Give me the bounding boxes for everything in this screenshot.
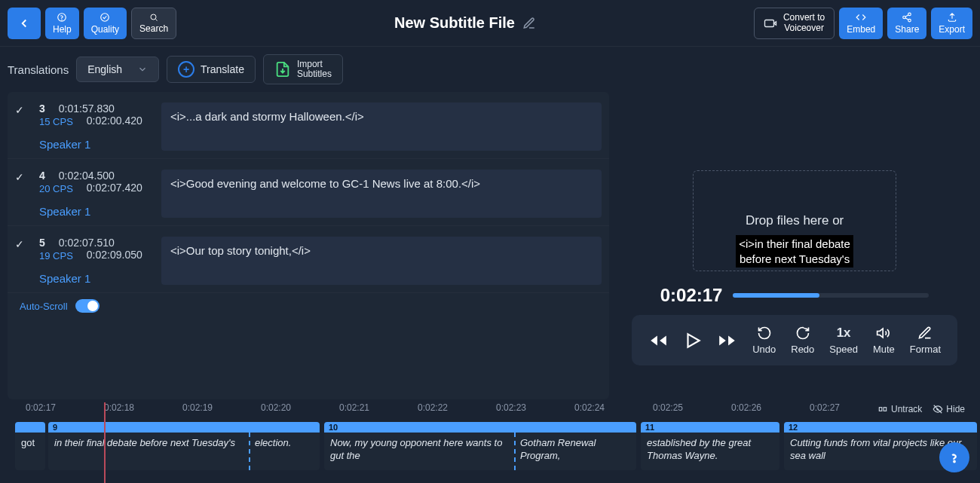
sub-speaker[interactable]: Speaker 1 [39,205,152,218]
sub-end[interactable]: 0:02:07.420 [87,182,142,194]
sub-end[interactable]: 0:02:00.420 [87,115,142,127]
svg-point-10 [954,461,954,462]
timeline[interactable]: 0:02:17 0:02:18 0:02:19 0:02:20 0:02:21 … [0,399,980,483]
ruler-tick: 0:02:18 [104,402,134,413]
toggle-switch[interactable] [75,299,100,313]
hide-button[interactable]: Hide [933,404,965,414]
sub-cps: 20 CPS [39,183,73,194]
undo-button[interactable]: Undo [752,326,776,355]
playhead[interactable] [104,402,106,483]
help-fab[interactable] [939,442,969,472]
sub-cps: 15 CPS [39,116,73,127]
timeline-clip[interactable]: got [15,422,45,470]
svg-point-5 [908,13,911,16]
ruler-tick: 0:02:25 [653,402,683,413]
ruler-tick: 0:02:27 [810,402,840,413]
sub-start[interactable]: 0:01:57.830 [59,102,115,115]
plus-icon: + [178,61,194,78]
forward-button[interactable] [718,331,737,350]
clips-track[interactable]: got9in their final debate before next Tu… [8,422,972,475]
sub-speaker[interactable]: Speaker 1 [39,138,152,151]
video-dropzone[interactable]: Drop files here or <i>in their final deb… [693,170,896,271]
progress-bar[interactable] [733,293,929,298]
sub-index: 5 [39,237,45,249]
sub-cps: 19 CPS [39,250,73,261]
import-subtitles-button[interactable]: ImportSubtitles [263,54,343,84]
subtitle-panel: ✓ 30:01:57.830 15 CPS0:02:00.420 Speaker… [0,92,609,399]
chevron-down-icon [137,64,148,75]
svg-rect-8 [879,408,882,411]
page-title: New Subtitle File [181,14,749,32]
svg-point-6 [903,16,906,19]
sub-text[interactable]: <i>Good evening and welcome to GC-1 News… [161,170,602,218]
help-button[interactable]: Help [45,8,79,39]
language-select[interactable]: English [76,57,159,82]
sub-start[interactable]: 0:02:04.500 [59,170,115,182]
ruler-tick: 0:02:20 [261,402,291,413]
check-icon[interactable]: ✓ [15,170,30,218]
check-icon[interactable]: ✓ [15,237,30,285]
export-button[interactable]: Export [931,8,972,39]
subtitle-overlay: <i>in their final debatebefore next Tues… [736,235,853,267]
sub-index: 3 [39,102,45,115]
subheader: Translations English + Translate ImportS… [0,47,980,92]
sub-index: 4 [39,170,45,182]
sub-text[interactable]: <i>...a dark and stormy Halloween.</i> [161,102,602,151]
quality-button[interactable]: Quality [84,8,127,39]
rewind-button[interactable] [648,331,668,350]
edit-title-icon[interactable] [522,17,536,30]
timeline-clip[interactable]: 10Now, my young opponent here wants to g… [324,422,636,470]
dropzone-label: Drop files here or [746,213,844,228]
translate-button[interactable]: + Translate [167,56,256,83]
subtitle-list[interactable]: ✓ 30:01:57.830 15 CPS0:02:00.420 Speaker… [8,92,609,399]
untrack-button[interactable]: Untrack [877,404,922,414]
svg-point-3 [151,14,156,20]
format-button[interactable]: Format [910,326,941,355]
ruler-tick: 0:02:19 [182,402,213,413]
player-controls: Undo Redo 1xSpeed Mute Format [632,315,957,365]
svg-point-7 [908,19,911,22]
topbar: Help Quality Search New Subtitle File Co… [0,0,980,47]
redo-button[interactable]: Redo [791,326,814,355]
share-button[interactable]: Share [887,8,926,39]
svg-point-2 [101,13,109,21]
time-ruler[interactable]: 0:02:17 0:02:18 0:02:19 0:02:20 0:02:21 … [8,402,972,420]
svg-point-1 [62,20,63,20]
import-icon [274,61,291,78]
sub-start[interactable]: 0:02:07.510 [59,237,115,249]
subtitle-row[interactable]: ✓ 30:01:57.830 15 CPS0:02:00.420 Speaker… [8,92,609,159]
autoscroll-toggle[interactable]: Auto-Scroll [8,293,609,313]
sub-text[interactable]: <i>Our top story tonight,</i> [161,237,602,285]
ruler-tick: 0:02:23 [496,402,526,413]
svg-rect-4 [764,20,773,26]
subtitle-row[interactable]: ✓ 50:02:07.510 19 CPS0:02:09.050 Speaker… [8,226,609,293]
timeline-clip[interactable]: 11established by the great Thomas Wayne. [641,422,779,470]
speed-button[interactable]: 1xSpeed [829,326,858,355]
mute-button[interactable]: Mute [873,326,895,355]
ruler-tick: 0:02:26 [731,402,761,413]
ruler-tick: 0:02:21 [339,402,369,413]
back-button[interactable] [8,8,41,39]
svg-rect-9 [884,408,887,411]
convert-voiceover-button[interactable]: Convert toVoiceover [754,8,835,39]
current-time: 0:02:17 [660,285,723,306]
sub-end[interactable]: 0:02:09.050 [87,249,142,261]
sub-speaker[interactable]: Speaker 1 [39,272,152,285]
check-icon[interactable]: ✓ [15,102,30,151]
subtitle-row[interactable]: ✓ 40:02:04.500 20 CPS0:02:07.420 Speaker… [8,159,609,226]
search-button[interactable]: Search [131,8,176,39]
ruler-tick: 0:02:17 [26,402,56,413]
timeline-clip[interactable]: 9in their final debate before next Tuesd… [48,422,320,470]
embed-button[interactable]: Embed [839,8,883,39]
preview-panel: Drop files here or <i>in their final deb… [609,92,980,399]
ruler-tick: 0:02:22 [418,402,448,413]
translations-label: Translations [8,63,69,76]
ruler-tick: 0:02:24 [574,402,605,413]
play-button[interactable] [683,331,703,350]
